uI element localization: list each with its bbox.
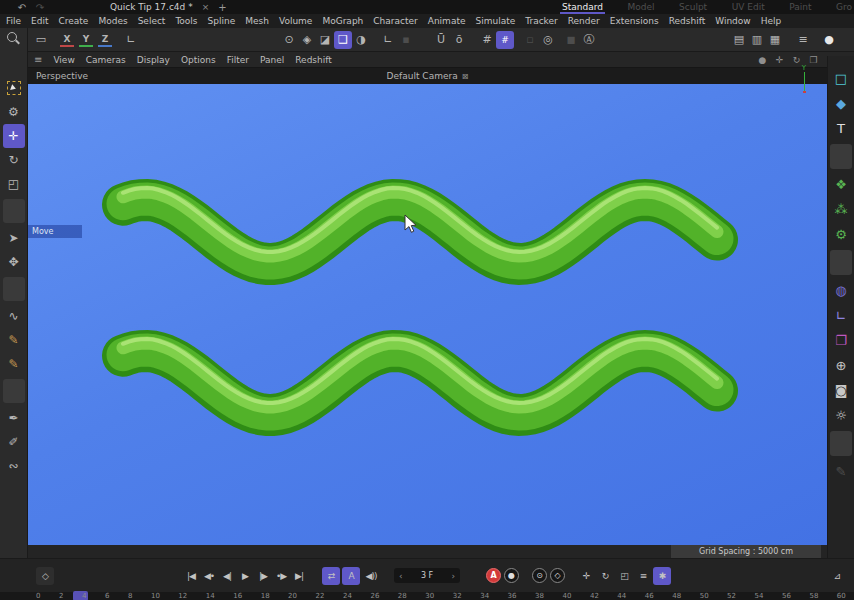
play-button[interactable]: ▶ — [236, 567, 254, 585]
menu-help[interactable]: Help — [761, 16, 782, 26]
multi-move-tool[interactable]: ✥ — [3, 250, 25, 274]
locked-workplane-button[interactable]: ◼ — [562, 31, 580, 49]
vp-menu-options[interactable]: Options — [181, 55, 216, 65]
next-frame-button[interactable]: |▶ — [254, 567, 272, 585]
frame-prev-icon[interactable]: ‹ — [399, 571, 403, 581]
menu-mesh[interactable]: Mesh — [245, 16, 269, 26]
autokey-range-button[interactable]: A — [342, 567, 360, 585]
autokey-record-button[interactable]: A — [486, 568, 501, 583]
record-keyframe-button[interactable]: ● — [504, 568, 519, 583]
model-mode-button[interactable]: ❑ — [334, 31, 352, 49]
add-camera-button[interactable]: ◙ — [830, 378, 852, 403]
layout-tab-clipped[interactable]: Gro — [834, 1, 854, 14]
vp-menu-cameras[interactable]: Cameras — [86, 55, 126, 65]
menu-volume[interactable]: Volume — [279, 16, 312, 26]
jump-start-button[interactable]: |◀ — [182, 567, 200, 585]
rotate-tool[interactable]: ↻ — [3, 148, 25, 172]
tweak-tool[interactable]: ⚙ — [3, 100, 25, 124]
frame-stepper[interactable]: ‹ 3 F › — [394, 568, 460, 583]
layout-tab-standard[interactable]: Standard — [560, 1, 605, 14]
hamburger-icon[interactable]: ≡ — [34, 54, 42, 65]
sketch-tool[interactable]: ∾ — [3, 454, 25, 478]
menu-modes[interactable]: Modes — [98, 16, 127, 26]
pen-line-tool[interactable]: ✐ — [3, 430, 25, 454]
render-view-box-icon[interactable]: ▭ — [32, 31, 50, 49]
layout-tab-sculpt[interactable]: Sculpt — [677, 1, 709, 14]
menu-tools[interactable]: Tools — [175, 16, 197, 26]
add-light-button[interactable]: ☼ — [830, 403, 852, 428]
green-tube-splines[interactable] — [28, 84, 827, 545]
layout-tab-uv-edit[interactable]: UV Edit — [730, 1, 767, 14]
tool-icon[interactable] — [3, 52, 25, 76]
keyframe-diamond-icon[interactable]: ◇ — [36, 567, 54, 585]
key-interpolation-button[interactable]: ◇ — [550, 568, 565, 583]
render-view-button[interactable]: ▤ — [730, 31, 748, 49]
object-tool-icon[interactable] — [830, 431, 852, 456]
dolly-camera-icon[interactable]: ● — [756, 54, 769, 67]
workplane-icon[interactable]: ∟ — [122, 31, 140, 49]
camera-swap-icon[interactable]: ⊠ — [462, 72, 469, 81]
menu-extensions[interactable]: Extensions — [610, 16, 659, 26]
add-workplane-button[interactable]: ∟ — [830, 303, 852, 328]
add-field-button[interactable]: ◍ — [830, 278, 852, 303]
panel-handle-dot[interactable]: ● — [820, 31, 838, 49]
spline-arc-tool[interactable]: ✒ — [3, 406, 25, 430]
prev-frame-button[interactable]: ◀| — [218, 567, 236, 585]
frame-region-button[interactable]: □ — [830, 66, 852, 91]
redo-icon[interactable]: ↷ — [32, 2, 48, 13]
render-picture-viewer-button[interactable]: ▥ — [748, 31, 766, 49]
add-boole-button[interactable]: ❐ — [830, 328, 852, 353]
enable-axis-button[interactable]: ∟ — [379, 31, 397, 49]
record-parameter-button[interactable]: ≡ — [634, 567, 652, 585]
add-text-button[interactable]: T — [830, 116, 852, 141]
record-rotation-button[interactable]: ↻ — [596, 567, 614, 585]
texture-mode-button[interactable]: ◑ — [352, 31, 370, 49]
object-tool-icon[interactable] — [830, 144, 852, 169]
normal-move-button[interactable]: ō — [450, 31, 468, 49]
axis-modifier-button[interactable]: ▪ — [397, 31, 415, 49]
add-cluster-button[interactable]: ⁂ — [830, 197, 852, 222]
workplane-grid-button[interactable]: # — [478, 31, 496, 49]
vp-menu-display[interactable]: Display — [137, 55, 170, 65]
object-tool-icon[interactable] — [830, 250, 852, 275]
add-environment-button[interactable]: ⊕ — [830, 353, 852, 378]
menu-file[interactable]: File — [6, 16, 21, 26]
polygons-mode-button[interactable]: ◪ — [316, 31, 334, 49]
layout-tab-paint[interactable]: Paint — [787, 1, 813, 14]
scale-tool[interactable]: ◰ — [3, 172, 25, 196]
menu-character[interactable]: Character — [373, 16, 417, 26]
spline-smooth-tool[interactable]: ✎ — [3, 352, 25, 376]
record-pla-button[interactable]: ✱ — [653, 567, 671, 585]
record-position-button[interactable]: ✛ — [577, 567, 595, 585]
frame-ruler[interactable]: 0246810121416182022242628303234363840424… — [0, 592, 854, 600]
tool-icon[interactable] — [3, 277, 25, 301]
next-key-button[interactable]: •▶ — [272, 567, 290, 585]
x-axis-lock-button[interactable]: X — [60, 33, 74, 47]
annotate-button[interactable]: Ⓐ — [580, 31, 598, 49]
keyframe-selection-button[interactable]: ⊙ — [532, 568, 547, 583]
menu-redshift[interactable]: Redshift — [669, 16, 706, 26]
document-tab[interactable]: Quick Tip 17.c4d * × + — [110, 2, 227, 13]
target-button[interactable]: ◎ — [539, 31, 557, 49]
frame-next-icon[interactable]: › — [451, 571, 455, 581]
menu-animate[interactable]: Animate — [428, 16, 466, 26]
menu-create[interactable]: Create — [59, 16, 89, 26]
y-axis-lock-button[interactable]: Y — [79, 33, 93, 47]
prev-key-button[interactable]: ◀• — [200, 567, 218, 585]
sound-button[interactable]: ◀)) — [362, 567, 380, 585]
menu-window[interactable]: Window — [715, 16, 751, 26]
spline-pen-tool[interactable]: ∿ — [3, 304, 25, 328]
render-settings-button[interactable]: ▦ — [766, 31, 784, 49]
menu-spline[interactable]: Spline — [208, 16, 236, 26]
material-layers-button[interactable]: ≡ — [794, 31, 812, 49]
z-axis-lock-button[interactable]: Z — [98, 33, 112, 47]
record-scale-button[interactable]: ◰ — [615, 567, 633, 585]
close-tab-icon[interactable]: × — [202, 2, 210, 12]
loop-playback-button[interactable]: ⇄ — [322, 567, 340, 585]
add-cube-button[interactable]: ◆ — [830, 91, 852, 116]
new-tab-icon[interactable]: + — [218, 2, 226, 13]
vp-menu-panel[interactable]: Panel — [260, 55, 284, 65]
live-selection-tool[interactable] — [3, 76, 25, 100]
menu-tracker[interactable]: Tracker — [525, 16, 557, 26]
vp-menu-redshift[interactable]: Redshift — [295, 55, 332, 65]
